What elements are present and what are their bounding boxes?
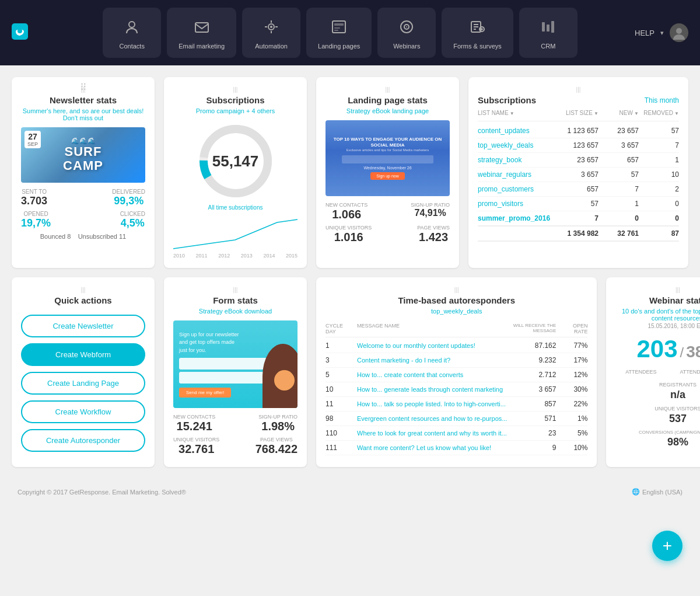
list-size: 57 xyxy=(558,200,598,208)
webinar-labels: ATTENDEES ATTENDANCE RATE xyxy=(615,369,700,375)
col-list-name[interactable]: LIST NAME xyxy=(478,110,558,116)
main-content: ⠿ ||| Newsletter stats Summer's here, an… xyxy=(0,65,700,479)
new-contacts-val: 1.066 xyxy=(326,208,368,221)
clicked-value: 4,5% xyxy=(120,217,145,229)
nav-items: Contacts Email marketing Automation Land… xyxy=(46,8,635,58)
signup-ratio-val: 74,91% xyxy=(411,208,450,218)
form-new-contacts: 15.241 xyxy=(173,420,215,433)
list-name-link[interactable]: webinar_regulars xyxy=(478,170,558,179)
col-new[interactable]: NEW xyxy=(598,110,639,116)
nav-landing[interactable]: Landing pages xyxy=(306,8,372,58)
list-name-link[interactable]: promo_visitors xyxy=(478,200,558,208)
user-avatar[interactable] xyxy=(670,23,688,42)
list-removed: 57 xyxy=(639,127,679,135)
quick-action-btn[interactable]: Create Webform xyxy=(21,343,145,366)
sent-delivered-row: SENT TO 3.703 DELIVERED 99,3% xyxy=(21,189,145,207)
top-navigation: Contacts Email marketing Automation Land… xyxy=(0,0,700,65)
ar-row: 11 How to... talk so people listed. Into… xyxy=(326,397,587,412)
quick-action-btn[interactable]: Create Autoresponder xyxy=(21,429,145,452)
newsletter-title: Newsletter stats xyxy=(21,95,145,105)
delivered-value: 99,3% xyxy=(112,195,145,207)
ar-cycle-day: 98 xyxy=(326,414,355,423)
ar-message-name[interactable]: Content marketing - do I need it? xyxy=(357,357,507,364)
form-unique-visitors: 32.761 xyxy=(173,442,219,456)
nav-right: HELP ▾ xyxy=(635,23,688,42)
webinars-label: Webinars xyxy=(393,43,420,50)
list-new: 57 xyxy=(598,170,639,179)
list-name-link[interactable]: top_weekly_deals xyxy=(478,141,558,149)
form-stats-card: ||| Form stats Strategy eBook download S… xyxy=(164,277,307,467)
attendees-value: 203 xyxy=(637,335,678,363)
col-list-size[interactable]: LIST SIZE xyxy=(558,110,598,116)
table-row: summer_promo_2016 7 0 0 xyxy=(478,211,679,226)
form-stats-title: Form stats xyxy=(173,295,298,305)
ar-message-name[interactable]: Where to look for great content and why … xyxy=(357,430,507,437)
quick-action-btn[interactable]: Create Landing Page xyxy=(21,372,145,395)
ar-will-receive: 23 xyxy=(509,429,556,437)
registrants-value: n/a xyxy=(615,389,700,401)
ar-open-rate: 30% xyxy=(558,385,587,393)
help-button[interactable]: HELP xyxy=(635,29,654,37)
ar-title: Time-based autoresponders xyxy=(326,295,587,305)
list-size: 7 xyxy=(558,214,598,222)
ar-message-name[interactable]: Welcome to our monthly content updates! xyxy=(357,342,507,349)
bounced-row: Bounced 8 Unsubscribed 11 xyxy=(21,233,145,240)
lp-stats-top: NEW CONTACTS 1.066 SIGN-UP RATIO 74,91% xyxy=(326,202,450,221)
sent-to-value: 3.703 xyxy=(21,195,47,207)
list-name-link[interactable]: strategy_book xyxy=(478,156,558,164)
footer-language[interactable]: 🌐 English (USA) xyxy=(632,488,682,496)
ar-open-rate: 5% xyxy=(558,429,587,437)
ar-message-name[interactable]: How to... create content that converts xyxy=(357,371,507,378)
landing-label: Landing pages xyxy=(318,43,360,50)
ar-message-name[interactable]: Want more content? Let us know what you … xyxy=(357,444,507,451)
nav-contacts[interactable]: Contacts xyxy=(103,8,161,58)
ar-message-name[interactable]: How to... generate leads through content… xyxy=(357,386,507,393)
nav-email[interactable]: Email marketing xyxy=(167,8,236,58)
drag-handle[interactable]: ⠿ xyxy=(80,82,87,93)
webinar-numbers: 203 / 38% xyxy=(615,335,700,363)
nav-forms[interactable]: Forms & surveys xyxy=(442,8,513,58)
nav-webinars[interactable]: Webinars xyxy=(377,8,436,58)
nav-automation[interactable]: Automation xyxy=(242,8,300,58)
logo[interactable] xyxy=(12,23,28,43)
list-new: 7 xyxy=(598,185,639,193)
form-stats-bottom: UNIQUE VISITORS 32.761 PAGE VIEWS 768.42… xyxy=(173,437,298,456)
contacts-label: Contacts xyxy=(120,43,145,50)
list-name-link[interactable]: promo_customers xyxy=(478,185,558,193)
col-removed[interactable]: REMOVED xyxy=(639,110,679,116)
landing-subtitle: Strategy eBook landing page xyxy=(326,107,450,114)
ar-will-receive: 87.162 xyxy=(509,341,556,350)
ar-message-name[interactable]: Evergreen content resources and how to r… xyxy=(357,415,507,422)
list-size: 1 123 657 xyxy=(558,127,598,135)
svg-point-2 xyxy=(129,22,135,27)
lp-signup-btn[interactable]: Sign up now xyxy=(370,172,405,180)
ar-message-name[interactable]: How to... talk so people listed. Into to… xyxy=(357,400,507,407)
webinar-date: 15.05.2016, 18:00 EST xyxy=(615,323,700,329)
list-name-link[interactable]: content_updates xyxy=(478,127,558,135)
ar-row: 98 Evergreen content resources and how t… xyxy=(326,412,587,426)
subscriptions-donut-subtitle: Promo campaign + 4 others xyxy=(173,107,298,114)
ar-will-receive: 9.232 xyxy=(509,356,556,364)
ar-subtitle: top_weekly_deals xyxy=(326,308,587,315)
quick-action-btn[interactable]: Create Newsletter xyxy=(21,315,145,337)
list-size: 23 657 xyxy=(558,156,598,164)
list-removed: 7 xyxy=(639,141,679,149)
ar-open-rate: 22% xyxy=(558,400,587,408)
ar-cycle-day: 3 xyxy=(326,356,355,364)
subscriptions-rows: content_updates 1 123 657 23 657 57 top_… xyxy=(478,124,679,226)
form-submit-btn-mock: Send me my offer! xyxy=(179,388,231,398)
svg-rect-20 xyxy=(542,22,545,32)
lp-subtitle-text: Exclusive articles and tips for Social M… xyxy=(330,148,445,152)
list-name-link[interactable]: summer_promo_2016 xyxy=(478,214,558,222)
quick-action-btn[interactable]: Create Workflow xyxy=(21,400,145,423)
table-row: strategy_book 23 657 657 1 xyxy=(478,153,679,168)
forms-icon xyxy=(467,16,489,38)
table-row: content_updates 1 123 657 23 657 57 xyxy=(478,124,679,138)
ar-row: 1 Welcome to our monthly content updates… xyxy=(326,339,587,353)
unique-visitors-val: 1.016 xyxy=(326,231,372,244)
autoresponders-card: ||| Time-based autoresponders top_weekly… xyxy=(316,277,597,467)
ar-will-receive: 9 xyxy=(509,444,556,452)
nav-crm[interactable]: CRM xyxy=(519,8,578,58)
ar-row: 110 Where to look for great content and … xyxy=(326,426,587,441)
donut-chart: 55,147 xyxy=(195,120,276,202)
